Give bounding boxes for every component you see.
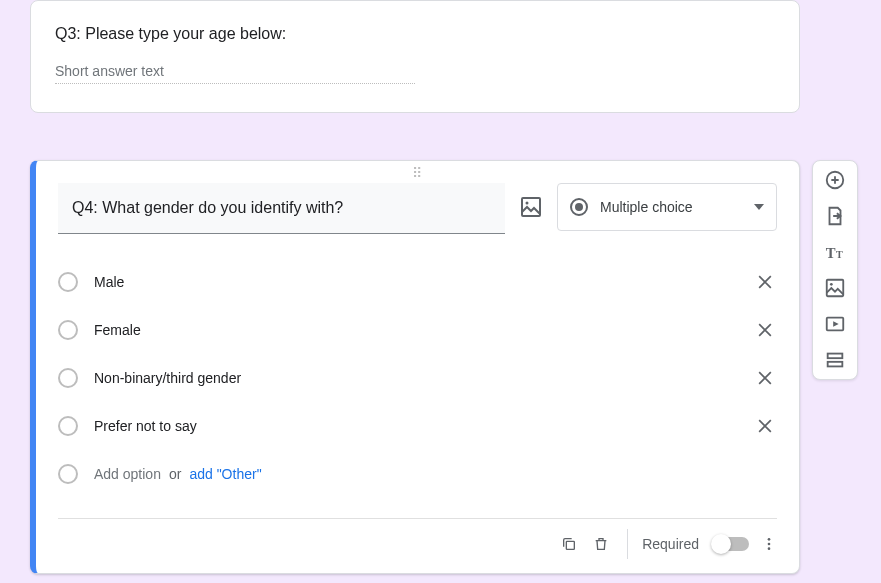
svg-rect-13 <box>828 362 843 367</box>
svg-point-3 <box>768 538 771 541</box>
question-type-select[interactable]: Multiple choice <box>557 183 777 231</box>
remove-option-button[interactable] <box>753 318 777 342</box>
drag-handle-icon[interactable]: ⠿ <box>36 161 799 183</box>
svg-text:T: T <box>826 245 836 261</box>
question-type-label: Multiple choice <box>600 199 742 215</box>
option-input[interactable]: Prefer not to say <box>94 418 753 434</box>
radio-empty-icon <box>58 368 78 388</box>
svg-rect-12 <box>828 354 843 359</box>
close-icon <box>755 272 775 292</box>
question-card-q3: Q3: Please type your age below: Short an… <box>30 0 800 113</box>
option-row: Prefer not to say <box>58 402 777 450</box>
question-title: Q3: Please type your age below: <box>55 25 775 43</box>
toggle-knob <box>711 534 731 554</box>
close-icon <box>755 416 775 436</box>
add-title-icon[interactable]: T T <box>824 241 846 263</box>
svg-rect-0 <box>522 198 540 216</box>
svg-point-4 <box>768 543 771 546</box>
import-questions-icon[interactable] <box>824 205 846 227</box>
svg-point-5 <box>768 547 771 550</box>
radio-empty-icon <box>58 272 78 292</box>
options-list: Male Female Non-binary/third gender Pref… <box>36 244 799 500</box>
side-toolbar: T T <box>812 160 858 380</box>
divider <box>627 529 628 559</box>
remove-option-button[interactable] <box>753 366 777 390</box>
add-other-button[interactable]: add "Other" <box>189 466 261 482</box>
add-image-icon[interactable] <box>824 277 846 299</box>
add-question-icon[interactable] <box>824 169 846 191</box>
required-label: Required <box>642 536 699 552</box>
svg-text:T: T <box>836 249 843 260</box>
more-options-icon[interactable] <box>757 532 781 556</box>
question-footer: Required <box>36 519 799 573</box>
close-icon <box>755 320 775 340</box>
option-input[interactable]: Female <box>94 322 753 338</box>
svg-point-10 <box>830 283 833 286</box>
short-answer-placeholder: Short answer text <box>55 63 415 84</box>
option-input[interactable]: Non-binary/third gender <box>94 370 753 386</box>
option-input[interactable]: Male <box>94 274 753 290</box>
add-option-button[interactable]: Add option <box>94 466 161 482</box>
option-row: Non-binary/third gender <box>58 354 777 402</box>
add-image-icon[interactable] <box>519 195 543 219</box>
chevron-down-icon <box>754 204 764 210</box>
remove-option-button[interactable] <box>753 270 777 294</box>
question-card-q4: ⠿ Q4: What gender do you identify with? … <box>30 160 800 574</box>
radio-empty-icon <box>58 416 78 436</box>
close-icon <box>755 368 775 388</box>
or-text: or <box>169 466 181 482</box>
svg-rect-2 <box>567 541 575 549</box>
option-row: Female <box>58 306 777 354</box>
duplicate-icon[interactable] <box>557 532 581 556</box>
svg-rect-9 <box>827 280 844 297</box>
radio-empty-icon <box>58 464 78 484</box>
delete-icon[interactable] <box>589 532 613 556</box>
required-toggle[interactable] <box>713 537 749 551</box>
question-title-input[interactable]: Q4: What gender do you identify with? <box>58 183 505 234</box>
add-section-icon[interactable] <box>824 349 846 371</box>
radio-icon <box>570 198 588 216</box>
add-video-icon[interactable] <box>824 313 846 335</box>
svg-point-1 <box>526 202 529 205</box>
remove-option-button[interactable] <box>753 414 777 438</box>
add-option-row: Add option or add "Other" <box>58 450 777 498</box>
radio-empty-icon <box>58 320 78 340</box>
option-row: Male <box>58 258 777 306</box>
